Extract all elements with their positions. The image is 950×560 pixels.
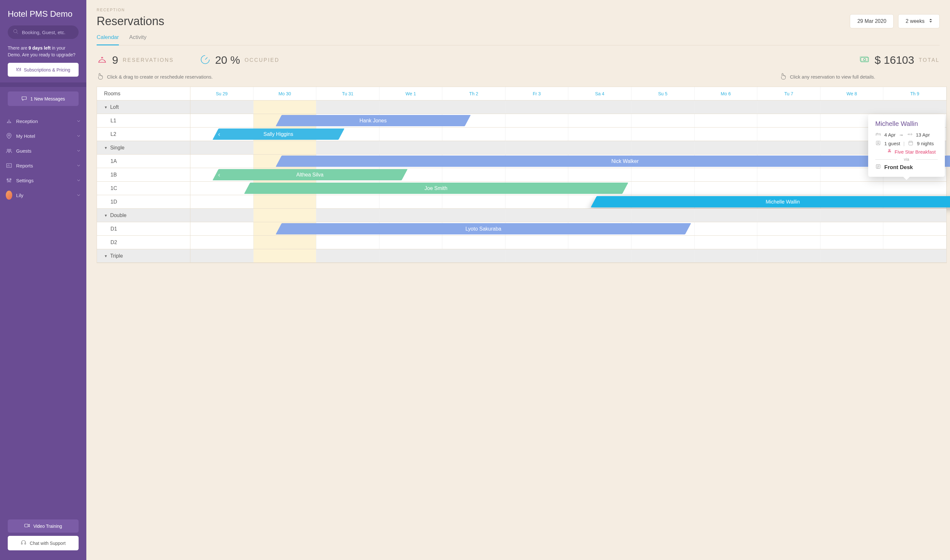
reservation-bar[interactable]: Sally Higgins [212, 128, 345, 140]
bell-icon [97, 54, 108, 66]
tooltip-guest-name: Michelle Wallin [875, 120, 938, 128]
sidebar-item-reception[interactable]: Reception [0, 114, 86, 128]
tab-calendar[interactable]: Calendar [97, 34, 119, 45]
day-header: Th 2 [442, 87, 505, 100]
stat-total: $ 16103 TOTAL [859, 54, 940, 66]
svg-point-3 [7, 149, 9, 151]
reservation-guest-name: Lyoto Sakuraba [465, 226, 501, 232]
sidebar-item-guests[interactable]: Guests [0, 143, 86, 158]
day-header: Fr 3 [505, 87, 568, 100]
svg-rect-20 [876, 165, 880, 168]
room-group-single[interactable]: ▼Single [97, 141, 190, 154]
svg-point-2 [8, 135, 10, 136]
svg-rect-11 [25, 543, 26, 545]
search-container [8, 25, 79, 39]
sidebar-item-settings[interactable]: Settings [0, 173, 86, 188]
range-picker[interactable]: 2 weeks [898, 14, 940, 28]
rate-icon [887, 149, 892, 155]
sidebar-item-reports[interactable]: Reports [0, 158, 86, 173]
chevron-down-icon [77, 163, 80, 168]
sidebar-item-label: My Hotel [16, 133, 73, 139]
room-D1: D1 [97, 222, 190, 235]
chat-support-button[interactable]: Chat with Support [8, 536, 79, 550]
search-input[interactable] [22, 30, 83, 35]
sidebar-item-label: Settings [16, 178, 73, 183]
room-1D: 1D [97, 195, 190, 208]
room-group-triple[interactable]: ▼Triple [97, 249, 190, 262]
svg-rect-19 [889, 149, 890, 151]
sidebar-item-label: Reports [16, 163, 73, 168]
room-group-loft[interactable]: ▼Loft [97, 100, 190, 114]
day-header: Sa 4 [568, 87, 631, 100]
room-group-double[interactable]: ▼Double [97, 209, 190, 222]
sidebar-item-label: Guests [16, 148, 73, 154]
svg-point-0 [14, 29, 17, 33]
guest-icon [875, 140, 881, 147]
chevron-down-icon [77, 148, 80, 154]
plane-icon [907, 131, 913, 138]
svg-line-1 [17, 32, 18, 34]
room-1B: 1B [97, 168, 190, 181]
gauge-icon [200, 54, 211, 66]
bed-icon [875, 131, 881, 138]
room-D2: D2 [97, 236, 190, 249]
pointer-icon [779, 73, 787, 81]
tooltip-via: via [875, 157, 938, 162]
room-L2: L2 [97, 128, 190, 141]
tooltip-source: Front Desk [875, 164, 938, 171]
room-L1: L1 [97, 114, 190, 127]
day-header: Mo 30 [254, 87, 317, 100]
messages-button[interactable]: 1 New Messages [8, 91, 79, 106]
reservation-guest-name: Althea Silva [296, 172, 324, 178]
pointer-icon [97, 73, 104, 81]
chevron-down-icon [77, 133, 80, 139]
sidebar-item-my-hotel[interactable]: My Hotel [0, 128, 86, 143]
tab-activity[interactable]: Activity [129, 34, 146, 45]
reservation-bar[interactable]: Althea Silva [212, 169, 408, 180]
reports-icon [6, 162, 12, 169]
reservation-bar[interactable]: Hank Jones [276, 115, 471, 126]
reservation-tooltip: Michelle Wallin 4 Apr → 13 Apr 1 guest |… [868, 114, 945, 177]
svg-rect-5 [7, 164, 12, 168]
brand-title: Hotel PMS Demo [0, 0, 86, 25]
tooltip-rate: Five Star Breakfast [884, 149, 938, 155]
video-training-button[interactable]: Video Training [8, 519, 79, 532]
subscriptions-button[interactable]: Subscriptions & Pricing [8, 63, 79, 77]
day-header: Tu 31 [316, 87, 379, 100]
day-header: Th 9 [883, 87, 947, 100]
reservation-guest-name: Sally Higgins [264, 131, 294, 137]
svg-point-14 [864, 58, 866, 60]
date-picker[interactable]: 29 Mar 2020 [850, 14, 894, 28]
desk-icon [875, 164, 881, 171]
rooms-header: Rooms [97, 87, 190, 100]
crown-icon [16, 67, 21, 72]
reservation-bar[interactable]: Nick Walker [276, 155, 950, 167]
reservation-bar[interactable]: Lyoto Sakuraba [276, 223, 691, 234]
tooltip-dates: 4 Apr → 13 Apr [875, 131, 938, 138]
sidebar-item-label: Lily [16, 192, 73, 198]
day-header: Su 5 [631, 87, 694, 100]
day-header: We 8 [821, 87, 884, 100]
sidebar-item-lily[interactable]: Lily [0, 188, 86, 203]
room-1A: 1A [97, 155, 190, 168]
svg-rect-10 [22, 543, 23, 545]
calendar-icon [908, 140, 914, 147]
message-icon [21, 95, 27, 102]
svg-rect-16 [876, 141, 880, 145]
svg-point-17 [878, 142, 879, 143]
reservation-bar[interactable]: Joe Smith [244, 183, 628, 194]
headset-icon [21, 540, 26, 546]
stat-occupied: 20 % OCCUPIED [200, 54, 280, 66]
breadcrumb: RECEPTION [97, 8, 940, 12]
reservation-guest-name: Joe Smith [425, 186, 448, 191]
main-nav: ReceptionMy HotelGuestsReportsSettingsLi… [0, 111, 86, 515]
hint-click: Click any reservation to view full detai… [779, 73, 875, 81]
reservation-bar[interactable]: Michelle Wallin [590, 196, 950, 208]
svg-rect-18 [909, 142, 913, 145]
day-header: We 1 [379, 87, 443, 100]
chevron-down-icon [77, 178, 80, 183]
sidebar-item-label: Reception [16, 118, 73, 124]
hint-drag: Click & drag to create or reschedule res… [97, 73, 212, 81]
room-1C: 1C [97, 182, 190, 195]
reservation-guest-name: Nick Walker [611, 158, 639, 164]
